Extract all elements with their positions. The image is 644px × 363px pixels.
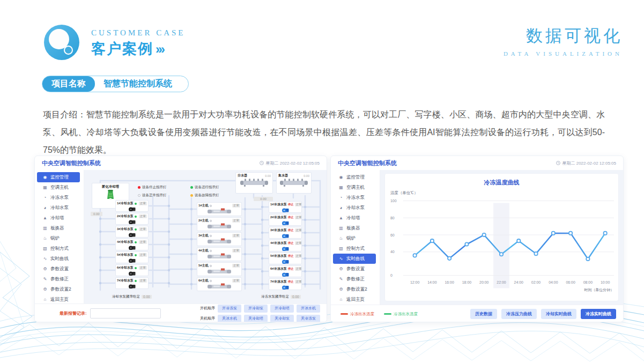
project-name: 智慧节能控制系统 — [95, 76, 188, 92]
cooling-tower-icon: ▲ — [338, 216, 344, 220]
sidebar-item-settings2[interactable]: ⚙参数设置2 — [37, 284, 80, 294]
run-indicator-dot — [135, 254, 137, 256]
status-badge: 正常 — [139, 214, 147, 218]
sequence-button[interactable]: 关冷却泵 — [270, 315, 294, 323]
pump-icon — [281, 284, 290, 290]
host-box[interactable]: 3#主机正常 — [197, 232, 242, 246]
sidebar-item-monitor[interactable]: ◉监控管理 — [37, 172, 80, 182]
chilled-pump-box[interactable]: 1#冷冻水泵停止正常 — [269, 201, 302, 213]
svg-text:22:00: 22:00 — [497, 280, 506, 284]
stop-state-label: 停止 — [288, 254, 294, 258]
normal-indicator-dot — [210, 250, 212, 252]
sequence-button[interactable]: 关冰水机 — [218, 315, 241, 323]
correction-icon: ✎ — [42, 277, 48, 281]
sequence-button[interactable]: 开冷却塔 — [270, 305, 294, 313]
sidebar-item-home[interactable]: ⌂返回主页 — [333, 294, 376, 305]
sequence-button[interactable]: 关冷却塔 — [244, 315, 268, 323]
alarm-record-input[interactable] — [90, 308, 161, 318]
home-icon: ⌂ — [338, 297, 344, 302]
chilled-pump-frequency-label: 冷冻水泵频率给定0.00 — [261, 294, 301, 299]
sidebar-item-control-mode[interactable]: ▧控制方式 — [37, 243, 80, 254]
cooling-pump-box[interactable]: 3#冷却水泵正常 — [115, 226, 149, 238]
chilled-pump-box[interactable]: 4#冷冻水泵停止正常 — [269, 240, 302, 251]
status-badge: 正常 — [295, 228, 302, 232]
sidebar-item-correction[interactable]: ✎参数修正 — [333, 274, 376, 284]
cooling-pump-box[interactable]: 5#冷却水泵正常 — [115, 251, 149, 263]
cooling-pump-box[interactable]: 1#冷却水泵正常 — [115, 200, 149, 212]
chart-button[interactable]: 冷冻实时曲线 — [581, 309, 616, 319]
sidebar-item-realtime-curve[interactable]: ∿实时曲线 — [333, 254, 376, 264]
sidebar-item-control-mode[interactable]: ▧控制方式 — [333, 243, 376, 254]
sidebar-item-home[interactable]: ⌂返回主页 — [37, 294, 80, 305]
tower-value: 0.00 — [91, 212, 102, 216]
chilled-pump-icon: ◔ — [42, 195, 48, 200]
cooling-pump-box[interactable]: 2#冷却水泵正常 — [115, 213, 149, 225]
sidebar-item-boiler[interactable]: ♨锅炉 — [333, 233, 376, 243]
cooling-pump-box[interactable]: 7#冷却水泵正常 — [115, 277, 149, 289]
sidebar-item-label: 监控管理 — [346, 174, 365, 181]
sidebar-item-chilled-pump[interactable]: ◔冷冻水泵 — [333, 192, 376, 203]
status-badge: 正常 — [232, 204, 240, 208]
sidebar-item-cooling-tower[interactable]: ▲冷却塔 — [333, 213, 376, 223]
host-box[interactable]: 1#主机正常 — [197, 202, 242, 216]
sidebar-item-cooling-pump[interactable]: ◕冷却水泵 — [37, 203, 80, 213]
chilled-pump-box[interactable]: 2#冷冻水泵停止正常 — [269, 214, 302, 226]
status-legend-item: 设备停止指示灯 — [138, 185, 167, 190]
sidebar-item-plate-exchanger[interactable]: ▥板换器 — [333, 223, 376, 233]
svg-text:02:00: 02:00 — [531, 280, 541, 284]
host-box[interactable]: 6#主机正常 — [197, 277, 242, 291]
chilled-pump-box[interactable]: 6#冷冻水泵停止正常 — [269, 265, 302, 277]
sequence-button[interactable]: 关冷冻泵 — [297, 315, 320, 323]
chart-button[interactable]: 冷却实时曲线 — [541, 309, 576, 319]
sequence-button[interactable]: 开冷冻泵 — [218, 305, 241, 313]
sidebar-item-plate-exchanger[interactable]: ▥板换器 — [37, 223, 80, 233]
chilled-pump-box[interactable]: 3#冷冻水泵停止正常 — [269, 227, 302, 239]
sidebar-item-correction[interactable]: ✎参数修正 — [37, 274, 80, 284]
pump-icon — [281, 246, 290, 251]
status-badge: 正常 — [295, 280, 302, 284]
sidebar-item-realtime-curve[interactable]: ∿实时曲线 — [37, 254, 80, 264]
sequence-button[interactable]: 开冰水机 — [297, 305, 320, 313]
cooling-pump-icon: ◕ — [338, 205, 344, 210]
app-body: ◉监控管理▦空调主机◔冷冻水泵◕冷却水泵▲冷却塔▥板换器♨锅炉▧控制方式∿实时曲… — [35, 170, 327, 303]
sequence-label: 关机顺序 — [200, 316, 215, 321]
sidebar-item-monitor[interactable]: ◉监控管理 — [333, 172, 376, 182]
screenshot-realtime-curve: 中央空调智能控制系统 星期二 2022-02-02 12:05:05 ◉监控管理… — [330, 155, 624, 322]
sidebar-item-boiler[interactable]: ♨锅炉 — [37, 233, 80, 243]
ac-host-icon: ▦ — [338, 185, 344, 190]
chart-button[interactable]: 冷冻压力曲线 — [501, 309, 537, 319]
equipment-label: 6#冷却水泵 — [117, 265, 134, 270]
clock-icon — [556, 161, 560, 165]
sidebar-item-cooling-tower[interactable]: ▲冷却塔 — [37, 213, 80, 223]
pump-icon — [128, 206, 136, 212]
status-legend-item: 设备故障指示灯 — [190, 193, 219, 198]
svg-text:10:00: 10:00 — [601, 280, 610, 284]
chilled-pump-box[interactable]: 7#冷冻水泵停止正常 — [269, 278, 302, 290]
legend-label: 冷冻出水温度 — [350, 312, 374, 317]
run-indicator-dot — [135, 280, 137, 282]
equipment-label: 5#冷却水泵 — [117, 253, 134, 257]
sidebar-item-ac-host[interactable]: ▦空调主机 — [333, 182, 376, 192]
chart-button[interactable]: 历史数据 — [470, 309, 497, 319]
sidebar-item-cooling-pump[interactable]: ◕冷却水泵 — [333, 203, 376, 213]
cooling-pump-box[interactable]: 6#冷却水泵正常 — [115, 264, 149, 276]
sidebar-item-settings[interactable]: ⚙参数设置 — [333, 264, 376, 274]
svg-text:08:00: 08:00 — [583, 280, 593, 284]
svg-text:16:00: 16:00 — [445, 280, 454, 284]
host-box[interactable]: 4#主机正常 — [197, 247, 242, 261]
host-box[interactable]: 2#主机正常 — [197, 217, 242, 231]
equipment-label: 4#冷却水泵 — [117, 240, 134, 245]
equipment-label: 4#主机 — [198, 248, 209, 253]
svg-text:06:00: 06:00 — [566, 280, 575, 284]
sidebar-item-settings[interactable]: ⚙参数设置 — [37, 264, 80, 274]
sidebar-item-ac-host[interactable]: ▦空调主机 — [37, 182, 80, 192]
sidebar-item-settings2[interactable]: ⚙参数设置2 — [333, 284, 376, 294]
chilled-pump-box[interactable]: 5#冷冻水泵停止正常 — [269, 253, 302, 264]
normal-indicator-dot — [210, 265, 212, 267]
status-badge: 正常 — [139, 227, 147, 231]
sidebar-item-label: 空调主机 — [50, 184, 69, 191]
cooling-pump-box[interactable]: 4#冷却水泵正常 — [115, 239, 149, 250]
sequence-button[interactable]: 开冷却泵 — [244, 305, 268, 313]
sidebar-item-chilled-pump[interactable]: ◔冷冻水泵 — [37, 192, 80, 203]
host-box[interactable]: 5#主机正常 — [197, 262, 242, 276]
